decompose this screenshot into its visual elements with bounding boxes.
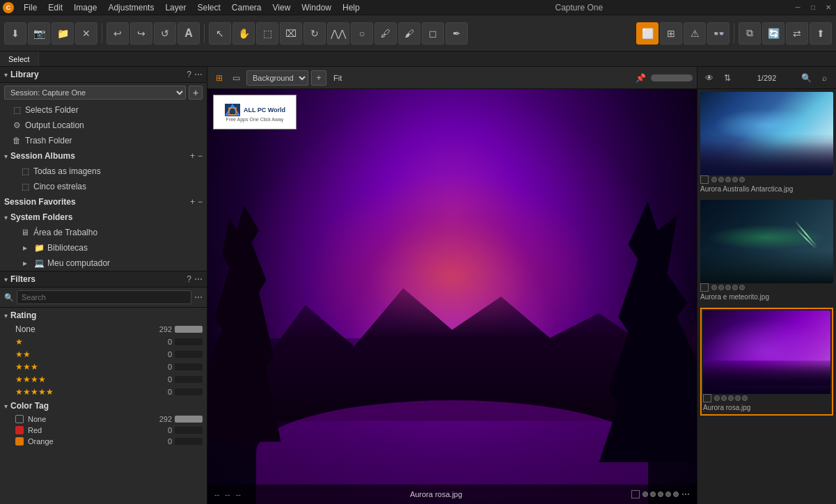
session-fav-add-icon[interactable]: +: [190, 197, 195, 207]
bibliotecas-item[interactable]: ▸ 📁 Bibliotecas: [0, 240, 207, 255]
ad-banner[interactable]: ALL PC World Free Apps One Click Away: [213, 95, 297, 129]
tab-select[interactable]: Select: [0, 52, 39, 66]
thumb1-dot3[interactable]: [725, 177, 731, 182]
thumb3-dot2[interactable]: [721, 395, 727, 401]
system-folders-header[interactable]: ▾ System Folders: [0, 210, 207, 225]
dropper-button[interactable]: 🖋: [374, 22, 397, 45]
menu-help[interactable]: Help: [337, 1, 365, 14]
menu-camera[interactable]: Camera: [226, 1, 267, 14]
rating-row-2[interactable]: ★★ 0: [0, 348, 207, 361]
thumb2-dot3[interactable]: [725, 285, 731, 290]
library-header[interactable]: ▾ Library ? ⋯: [0, 67, 207, 83]
thumb3-checkbox[interactable]: [703, 394, 711, 402]
rating-dot-5[interactable]: [673, 491, 679, 497]
thumb1-checkbox[interactable]: [700, 175, 709, 184]
photo-checkbox[interactable]: [631, 490, 640, 498]
thumb-item-3[interactable]: Aurora rosa.jpg: [700, 308, 833, 416]
thumb3-dot4[interactable]: [735, 395, 741, 401]
camera-button[interactable]: 📷: [28, 22, 50, 45]
session-favorites-header[interactable]: Session Favorites + −: [0, 194, 207, 210]
menu-layer[interactable]: Layer: [159, 1, 191, 14]
selects-folder-item[interactable]: ⬚ Selects Folder: [0, 102, 207, 118]
close-button[interactable]: ✕: [823, 3, 833, 13]
library-help-icon[interactable]: ?: [187, 70, 191, 79]
output-location-item[interactable]: ⚙ Output Location: [0, 118, 207, 133]
pen-button[interactable]: ✒: [445, 22, 468, 45]
menu-adjustments[interactable]: Adjustments: [102, 1, 159, 14]
rating-header[interactable]: ▾ Rating: [4, 310, 203, 320]
rating-row-4[interactable]: ★★★★ 0: [0, 373, 207, 386]
fit-label[interactable]: Fit: [329, 72, 346, 84]
rating-row-3[interactable]: ★★★ 0: [0, 361, 207, 373]
session-fav-minus-icon[interactable]: −: [198, 197, 203, 207]
thumb2-dot4[interactable]: [732, 285, 738, 290]
area-trabalho-item[interactable]: 🖥 Área de Trabalho: [0, 225, 207, 240]
menu-edit[interactable]: Edit: [42, 1, 68, 14]
rating-dot-2[interactable]: [650, 491, 656, 497]
rotate-button[interactable]: ↻: [303, 22, 326, 45]
thumb3-dot3[interactable]: [728, 395, 734, 401]
color-row-none[interactable]: None 292: [0, 414, 207, 425]
single-view-icon[interactable]: ▭: [228, 70, 244, 86]
rating-dot-4[interactable]: [665, 491, 671, 497]
undo-button[interactable]: ↩: [107, 22, 129, 45]
menu-view[interactable]: View: [267, 1, 297, 14]
trash-folder-item[interactable]: 🗑 Trash Folder: [0, 133, 207, 148]
filters-menu-icon[interactable]: ⋯: [194, 274, 203, 284]
thumb-item-2[interactable]: Aurora e meteorito.jpg: [700, 200, 833, 302]
text-button[interactable]: A: [178, 22, 200, 45]
adjust-button[interactable]: ⬜: [636, 22, 658, 45]
todas-imagens-item[interactable]: ⬚ Todas as imagens: [0, 164, 207, 179]
export-button[interactable]: ⬆: [810, 22, 832, 45]
rating-row-5[interactable]: ★★★★★ 0: [0, 386, 207, 398]
background-select[interactable]: Background: [246, 70, 308, 86]
delete-button[interactable]: ✕: [75, 22, 97, 45]
eye-icon[interactable]: 👁: [702, 70, 717, 86]
session-add-button[interactable]: +: [189, 86, 203, 100]
zoom-in-icon[interactable]: 🔍: [798, 70, 814, 86]
maximize-button[interactable]: □: [808, 3, 818, 13]
menu-select[interactable]: Select: [191, 1, 226, 14]
cinco-estrelas-item[interactable]: ⬚ Cinco estrelas: [0, 179, 207, 194]
filters-help-icon[interactable]: ?: [187, 274, 191, 284]
thumb1-dot2[interactable]: [718, 177, 724, 182]
undo2-button[interactable]: ↪: [130, 22, 152, 45]
meu-computador-item[interactable]: ▸ 💻 Meu computador: [0, 255, 207, 271]
rating-row-none[interactable]: None 292: [0, 323, 207, 336]
thumb1-dot1[interactable]: [711, 177, 717, 182]
rating-dot-3[interactable]: [658, 491, 663, 497]
search-right-icon[interactable]: ⌕: [817, 70, 832, 86]
thumb2-dot1[interactable]: [711, 285, 717, 290]
redo-button[interactable]: ↺: [154, 22, 176, 45]
color-row-orange[interactable]: Orange 0: [0, 436, 207, 447]
cursor-button[interactable]: ↖: [209, 22, 231, 45]
grid-button[interactable]: ⊞: [660, 22, 682, 45]
erase-button[interactable]: ◻: [422, 22, 444, 45]
grid-view-icon[interactable]: ⊞: [212, 70, 227, 86]
thumb2-dot5[interactable]: [739, 285, 745, 290]
session-albums-add-icon[interactable]: +: [190, 151, 195, 161]
brush-button[interactable]: 🖌: [398, 22, 420, 45]
sort-icon[interactable]: ⇅: [720, 70, 735, 86]
rating-row-1[interactable]: ★ 0: [0, 336, 207, 348]
warning-button[interactable]: ⚠: [684, 22, 706, 45]
thumb2-dot2[interactable]: [718, 285, 724, 290]
thumb1-dot5[interactable]: [739, 177, 745, 182]
menu-image[interactable]: Image: [68, 1, 102, 14]
rating-dot-1[interactable]: [642, 491, 648, 497]
refresh-button[interactable]: 🔄: [762, 22, 784, 45]
search-options-icon[interactable]: ⋯: [194, 292, 203, 302]
photo-more-icon[interactable]: ⋯: [681, 489, 690, 499]
color-row-red[interactable]: Red 0: [0, 425, 207, 436]
copy-button[interactable]: ⧉: [739, 22, 761, 45]
library-menu-icon[interactable]: ⋯: [194, 70, 203, 79]
circle-button[interactable]: ○: [351, 22, 373, 45]
crop-button[interactable]: ⌧: [280, 22, 302, 45]
search-input[interactable]: [17, 290, 191, 304]
glasses-button[interactable]: 👓: [707, 22, 729, 45]
session-dropdown[interactable]: Session: Capture One: [4, 86, 186, 100]
thumb3-dot5[interactable]: [742, 395, 748, 401]
session-albums-header[interactable]: ▾ Session Albums + −: [0, 148, 207, 164]
thumb2-checkbox[interactable]: [700, 283, 709, 292]
select-button[interactable]: ⬚: [256, 22, 278, 45]
